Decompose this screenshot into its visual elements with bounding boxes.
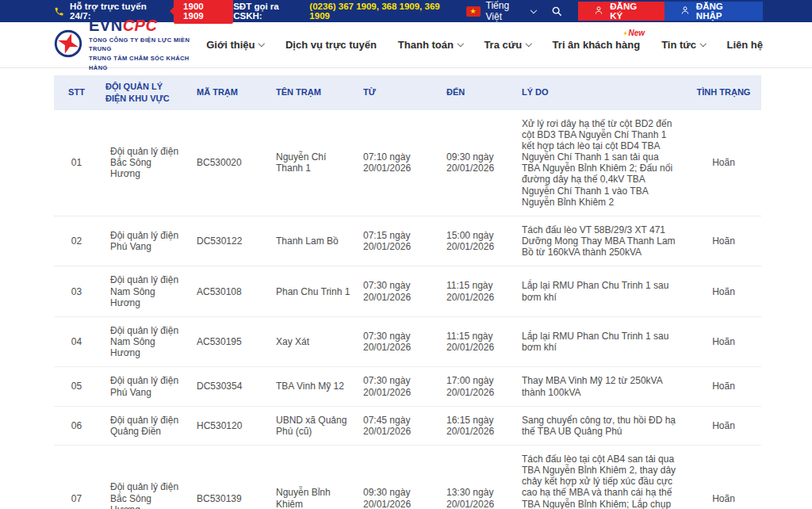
tagline-1: TỔNG CÔNG TY ĐIỆN LỰC MIỀN TRUNG: [89, 36, 206, 54]
cell-station-code: AC530108: [190, 266, 270, 316]
nav-item[interactable]: Tri ân khách hàng New: [553, 39, 641, 51]
cell-status: Hoãn: [686, 110, 761, 216]
cskh-numbers: (0236) 367 1909, 368 1909, 369 1909: [309, 2, 453, 21]
nav-item-label: Dịch vụ trực tuyến: [285, 39, 377, 51]
cell-status: Hoãn: [686, 216, 761, 266]
col-header-team: ĐỘI QUẢN LÝ ĐIỆN KHU VỰC: [99, 75, 190, 110]
nav-item-label: Liên hệ: [726, 39, 763, 51]
cell-reason: Xử lý rơi dây hạ thế từ cột BD2 đến cột …: [515, 110, 686, 216]
nav-item-label: Tin tức: [661, 39, 696, 51]
evncpc-logo[interactable]: EVNCPC TỔNG CÔNG TY ĐIỆN LỰC MIỀN TRUNG …: [54, 17, 206, 73]
cell-station-name: UBND xã Quảng Phú (cũ): [270, 406, 357, 445]
chevron-down-icon: [700, 40, 707, 47]
cell-station-code: BC530020: [190, 110, 270, 216]
language-selector[interactable]: Tiếng Việt: [486, 0, 526, 22]
nav-item-label: Thanh toán: [398, 39, 454, 51]
nav-item[interactable]: Tin tức: [661, 39, 705, 51]
cell-from-time: 07:30 ngày 20/01/2026: [357, 266, 440, 316]
cell-to-time: 16:15 ngày 20/01/2026: [440, 406, 515, 445]
cell-team: Đội quản lý điện Bắc Sông Hương: [99, 445, 190, 509]
cell-reason: Sang chuyển công tơ, thu hồi ĐD hạ thế T…: [515, 406, 686, 445]
tagline-2: TRUNG TÂM CHĂM SÓC KHÁCH HÀNG: [89, 54, 206, 72]
cell-to-time: 17:00 ngày 20/01/2026: [440, 367, 515, 406]
register-button[interactable]: ĐĂNG KÝ: [578, 2, 665, 21]
table-row: 01 Đội quản lý điện Bắc Sông Hương BC530…: [54, 110, 761, 216]
col-header-status: TÌNH TRẠNG: [686, 75, 761, 110]
cskh-label: SĐT gọi ra CSKH:: [233, 2, 305, 21]
person-icon: [594, 6, 603, 17]
cell-stt: 05: [54, 367, 99, 406]
cell-status: Hoãn: [686, 316, 761, 366]
search-icon[interactable]: [551, 6, 562, 17]
cell-station-code: BC530139: [190, 445, 270, 509]
login-button[interactable]: ĐĂNG NHẬP: [665, 2, 763, 21]
table-row: 03 Đội quản lý điện Nam Sông Hương AC530…: [54, 266, 761, 316]
nav-item-label: Tra cứu: [484, 39, 522, 51]
cell-status: Hoãn: [686, 266, 761, 316]
outage-schedule-section: STT ĐỘI QUẢN LÝ ĐIỆN KHU VỰC MÃ TRẠM TÊN…: [0, 68, 812, 509]
nav-item-label: Giới thiệu: [206, 39, 255, 51]
table-row: 02 Đội quản lý điện Phú Vang DC530122 Th…: [54, 216, 761, 266]
cell-from-time: 07:30 ngày 20/01/2026: [357, 316, 440, 366]
cell-station-name: Phan Chu Trinh 1: [270, 266, 357, 316]
cell-to-time: 13:30 ngày 20/01/2026: [440, 445, 515, 509]
nav-item[interactable]: Dịch vụ trực tuyến: [285, 39, 377, 51]
nav-item-label: Tri ân khách hàng: [553, 39, 641, 51]
cell-stt: 04: [54, 316, 99, 366]
cell-from-time: 07:15 ngày 20/01/2026: [357, 216, 440, 266]
cell-reason: Tách đấu lèo tại cột AB4 san tải qua TBA…: [515, 445, 686, 509]
cell-team: Đội quản lý điện Bắc Sông Hương: [99, 110, 190, 216]
phone-icon: [54, 6, 64, 17]
vietnam-flag-icon: ★: [466, 6, 481, 17]
cell-team: Đội quản lý điện Nam Sông Hương: [99, 266, 190, 316]
chevron-down-icon[interactable]: [530, 6, 536, 13]
table-row: 04 Đội quản lý điện Nam Sông Hương AC530…: [54, 316, 761, 366]
col-header-from: TỪ: [357, 75, 440, 110]
cell-stt: 01: [54, 110, 99, 216]
table-row: 05 Đội quản lý điện Phú Vang DC530354 TB…: [54, 367, 761, 406]
cell-from-time: 07:45 ngày 20/01/2026: [357, 406, 440, 445]
col-header-station: TÊN TRẠM: [270, 75, 357, 110]
new-badge: New: [622, 29, 645, 37]
cell-station-name: Xay Xát: [270, 316, 357, 366]
brand-taglines: TỔNG CÔNG TY ĐIỆN LỰC MIỀN TRUNG TRUNG T…: [89, 36, 206, 73]
cell-reason: Lắp lại RMU Phan Chu Trinh 1 sau bơm khí: [515, 316, 686, 366]
cell-to-time: 09:30 ngày 20/01/2026: [440, 110, 515, 216]
cell-stt: 02: [54, 216, 99, 266]
col-header-reason: LÝ DO: [515, 75, 686, 110]
hotline-badge[interactable]: 1900 1909: [174, 0, 233, 24]
table-row: 06 Đội quản lý điện Quảng Điền HC530120 …: [54, 406, 761, 445]
table-body: 01 Đội quản lý điện Bắc Sông Hương BC530…: [54, 110, 761, 509]
cell-to-time: 11:15 ngày 20/01/2026: [440, 266, 515, 316]
outage-table: STT ĐỘI QUẢN LÝ ĐIỆN KHU VỰC MÃ TRẠM TÊN…: [54, 75, 761, 509]
col-header-to: ĐẾN: [440, 75, 515, 110]
cell-station-name: Nguyễn Bỉnh Khiêm: [270, 445, 357, 509]
lightning-icon: [622, 29, 629, 37]
cell-status: Hoãn: [686, 445, 761, 509]
table-row: 07 Đội quản lý điện Bắc Sông Hương BC530…: [54, 445, 761, 509]
main-nav: Giới thiệu Dịch vụ trực tuyến Thanh toán…: [206, 39, 763, 51]
chevron-down-icon: [526, 40, 532, 47]
nav-item[interactable]: Giới thiệu: [206, 39, 264, 51]
table-header: STT ĐỘI QUẢN LÝ ĐIỆN KHU VỰC MÃ TRẠM TÊN…: [54, 75, 761, 110]
cell-from-time: 09:30 ngày 20/01/2026: [357, 445, 440, 509]
cell-to-time: 11:15 ngày 20/01/2026: [440, 316, 515, 366]
col-header-stt: STT: [54, 75, 99, 110]
cell-station-name: Thanh Lam Bồ: [270, 216, 357, 266]
cell-to-time: 15:00 ngày 20/01/2026: [440, 216, 515, 266]
nav-item[interactable]: Tra cứu: [484, 39, 530, 51]
evn-star-icon: [54, 29, 82, 61]
cell-station-code: DC530122: [190, 216, 270, 266]
cell-team: Đội quản lý điện Quảng Điền: [99, 406, 190, 445]
cell-from-time: 07:10 ngày 20/01/2026: [357, 110, 440, 216]
new-badge-label: New: [629, 29, 645, 37]
cell-status: Hoãn: [686, 367, 761, 406]
cell-status: Hoãn: [686, 406, 761, 445]
nav-item[interactable]: Thanh toán: [398, 39, 463, 51]
login-label: ĐĂNG NHẬP: [696, 2, 747, 21]
register-label: ĐĂNG KÝ: [610, 2, 649, 21]
cell-station-name: Nguyễn Chí Thanh 1: [270, 110, 357, 216]
cell-station-code: DC530354: [190, 367, 270, 406]
chevron-down-icon: [259, 40, 265, 47]
nav-item[interactable]: Liên hệ: [726, 39, 763, 51]
